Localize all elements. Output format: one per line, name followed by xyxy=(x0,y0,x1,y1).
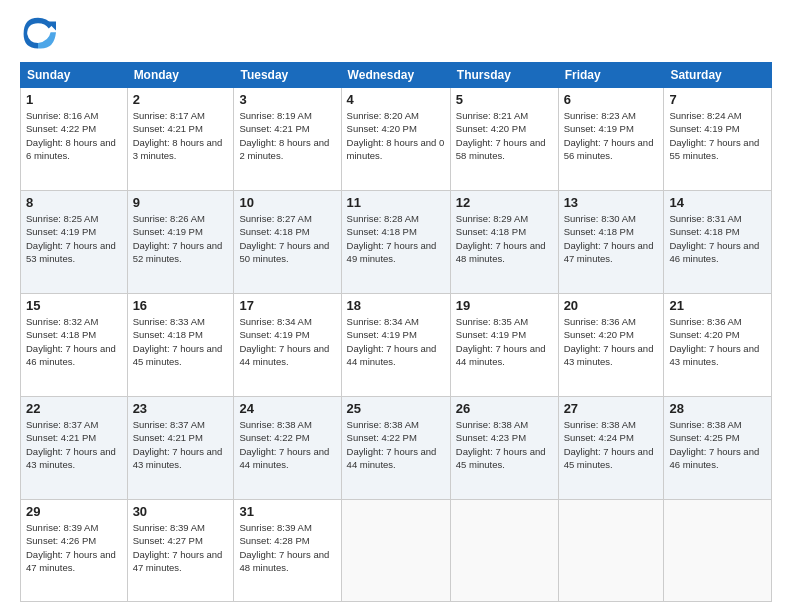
table-row: 22 Sunrise: 8:37 AMSunset: 4:21 PMDaylig… xyxy=(21,397,128,500)
day-info: Sunrise: 8:39 AMSunset: 4:28 PMDaylight:… xyxy=(239,521,335,574)
table-row: 23 Sunrise: 8:37 AMSunset: 4:21 PMDaylig… xyxy=(127,397,234,500)
table-row: 18 Sunrise: 8:34 AMSunset: 4:19 PMDaylig… xyxy=(341,294,450,397)
day-info: Sunrise: 8:38 AMSunset: 4:22 PMDaylight:… xyxy=(239,418,335,471)
table-row: 20 Sunrise: 8:36 AMSunset: 4:20 PMDaylig… xyxy=(558,294,664,397)
table-row: 30 Sunrise: 8:39 AMSunset: 4:27 PMDaylig… xyxy=(127,500,234,602)
day-info: Sunrise: 8:27 AMSunset: 4:18 PMDaylight:… xyxy=(239,212,335,265)
day-info: Sunrise: 8:36 AMSunset: 4:20 PMDaylight:… xyxy=(564,315,659,368)
day-number: 16 xyxy=(133,298,229,313)
day-info: Sunrise: 8:16 AMSunset: 4:22 PMDaylight:… xyxy=(26,109,122,162)
day-number: 23 xyxy=(133,401,229,416)
table-row: 17 Sunrise: 8:34 AMSunset: 4:19 PMDaylig… xyxy=(234,294,341,397)
day-number: 27 xyxy=(564,401,659,416)
day-info: Sunrise: 8:25 AMSunset: 4:19 PMDaylight:… xyxy=(26,212,122,265)
day-number: 13 xyxy=(564,195,659,210)
day-info: Sunrise: 8:37 AMSunset: 4:21 PMDaylight:… xyxy=(133,418,229,471)
day-number: 28 xyxy=(669,401,766,416)
calendar-table: Sunday Monday Tuesday Wednesday Thursday… xyxy=(20,62,772,602)
table-row: 19 Sunrise: 8:35 AMSunset: 4:19 PMDaylig… xyxy=(450,294,558,397)
day-number: 3 xyxy=(239,92,335,107)
table-row: 1 Sunrise: 8:16 AMSunset: 4:22 PMDayligh… xyxy=(21,88,128,191)
calendar-header-row: Sunday Monday Tuesday Wednesday Thursday… xyxy=(21,63,772,88)
day-info: Sunrise: 8:36 AMSunset: 4:20 PMDaylight:… xyxy=(669,315,766,368)
table-row: 31 Sunrise: 8:39 AMSunset: 4:28 PMDaylig… xyxy=(234,500,341,602)
header xyxy=(20,16,772,52)
day-number: 30 xyxy=(133,504,229,519)
day-number: 22 xyxy=(26,401,122,416)
table-row: 12 Sunrise: 8:29 AMSunset: 4:18 PMDaylig… xyxy=(450,191,558,294)
table-row: 4 Sunrise: 8:20 AMSunset: 4:20 PMDayligh… xyxy=(341,88,450,191)
day-info: Sunrise: 8:38 AMSunset: 4:23 PMDaylight:… xyxy=(456,418,553,471)
table-row xyxy=(558,500,664,602)
table-row: 14 Sunrise: 8:31 AMSunset: 4:18 PMDaylig… xyxy=(664,191,772,294)
day-number: 17 xyxy=(239,298,335,313)
day-info: Sunrise: 8:20 AMSunset: 4:20 PMDaylight:… xyxy=(347,109,445,162)
table-row xyxy=(664,500,772,602)
table-row: 26 Sunrise: 8:38 AMSunset: 4:23 PMDaylig… xyxy=(450,397,558,500)
table-row: 24 Sunrise: 8:38 AMSunset: 4:22 PMDaylig… xyxy=(234,397,341,500)
day-number: 18 xyxy=(347,298,445,313)
day-number: 25 xyxy=(347,401,445,416)
day-number: 15 xyxy=(26,298,122,313)
table-row: 11 Sunrise: 8:28 AMSunset: 4:18 PMDaylig… xyxy=(341,191,450,294)
day-number: 2 xyxy=(133,92,229,107)
day-number: 29 xyxy=(26,504,122,519)
page: Sunday Monday Tuesday Wednesday Thursday… xyxy=(0,0,792,612)
day-number: 14 xyxy=(669,195,766,210)
day-info: Sunrise: 8:37 AMSunset: 4:21 PMDaylight:… xyxy=(26,418,122,471)
day-number: 24 xyxy=(239,401,335,416)
day-number: 1 xyxy=(26,92,122,107)
table-row: 29 Sunrise: 8:39 AMSunset: 4:26 PMDaylig… xyxy=(21,500,128,602)
table-row: 27 Sunrise: 8:38 AMSunset: 4:24 PMDaylig… xyxy=(558,397,664,500)
col-wednesday: Wednesday xyxy=(341,63,450,88)
day-number: 26 xyxy=(456,401,553,416)
day-info: Sunrise: 8:39 AMSunset: 4:27 PMDaylight:… xyxy=(133,521,229,574)
table-row: 10 Sunrise: 8:27 AMSunset: 4:18 PMDaylig… xyxy=(234,191,341,294)
day-info: Sunrise: 8:26 AMSunset: 4:19 PMDaylight:… xyxy=(133,212,229,265)
day-info: Sunrise: 8:19 AMSunset: 4:21 PMDaylight:… xyxy=(239,109,335,162)
col-thursday: Thursday xyxy=(450,63,558,88)
logo xyxy=(20,16,60,52)
day-info: Sunrise: 8:34 AMSunset: 4:19 PMDaylight:… xyxy=(239,315,335,368)
table-row: 7 Sunrise: 8:24 AMSunset: 4:19 PMDayligh… xyxy=(664,88,772,191)
day-info: Sunrise: 8:24 AMSunset: 4:19 PMDaylight:… xyxy=(669,109,766,162)
day-number: 7 xyxy=(669,92,766,107)
day-number: 31 xyxy=(239,504,335,519)
day-info: Sunrise: 8:31 AMSunset: 4:18 PMDaylight:… xyxy=(669,212,766,265)
day-info: Sunrise: 8:35 AMSunset: 4:19 PMDaylight:… xyxy=(456,315,553,368)
day-info: Sunrise: 8:30 AMSunset: 4:18 PMDaylight:… xyxy=(564,212,659,265)
day-number: 6 xyxy=(564,92,659,107)
table-row: 9 Sunrise: 8:26 AMSunset: 4:19 PMDayligh… xyxy=(127,191,234,294)
day-info: Sunrise: 8:29 AMSunset: 4:18 PMDaylight:… xyxy=(456,212,553,265)
table-row: 8 Sunrise: 8:25 AMSunset: 4:19 PMDayligh… xyxy=(21,191,128,294)
table-row: 2 Sunrise: 8:17 AMSunset: 4:21 PMDayligh… xyxy=(127,88,234,191)
table-row: 28 Sunrise: 8:38 AMSunset: 4:25 PMDaylig… xyxy=(664,397,772,500)
day-number: 21 xyxy=(669,298,766,313)
day-info: Sunrise: 8:23 AMSunset: 4:19 PMDaylight:… xyxy=(564,109,659,162)
day-number: 5 xyxy=(456,92,553,107)
day-info: Sunrise: 8:32 AMSunset: 4:18 PMDaylight:… xyxy=(26,315,122,368)
day-info: Sunrise: 8:28 AMSunset: 4:18 PMDaylight:… xyxy=(347,212,445,265)
day-number: 19 xyxy=(456,298,553,313)
table-row: 16 Sunrise: 8:33 AMSunset: 4:18 PMDaylig… xyxy=(127,294,234,397)
day-number: 8 xyxy=(26,195,122,210)
day-number: 9 xyxy=(133,195,229,210)
col-sunday: Sunday xyxy=(21,63,128,88)
table-row: 3 Sunrise: 8:19 AMSunset: 4:21 PMDayligh… xyxy=(234,88,341,191)
table-row: 5 Sunrise: 8:21 AMSunset: 4:20 PMDayligh… xyxy=(450,88,558,191)
day-info: Sunrise: 8:39 AMSunset: 4:26 PMDaylight:… xyxy=(26,521,122,574)
col-saturday: Saturday xyxy=(664,63,772,88)
table-row: 15 Sunrise: 8:32 AMSunset: 4:18 PMDaylig… xyxy=(21,294,128,397)
day-info: Sunrise: 8:17 AMSunset: 4:21 PMDaylight:… xyxy=(133,109,229,162)
day-number: 20 xyxy=(564,298,659,313)
logo-icon xyxy=(20,16,56,52)
table-row xyxy=(341,500,450,602)
day-number: 12 xyxy=(456,195,553,210)
day-info: Sunrise: 8:38 AMSunset: 4:25 PMDaylight:… xyxy=(669,418,766,471)
day-info: Sunrise: 8:34 AMSunset: 4:19 PMDaylight:… xyxy=(347,315,445,368)
table-row: 6 Sunrise: 8:23 AMSunset: 4:19 PMDayligh… xyxy=(558,88,664,191)
day-number: 10 xyxy=(239,195,335,210)
day-info: Sunrise: 8:33 AMSunset: 4:18 PMDaylight:… xyxy=(133,315,229,368)
table-row: 21 Sunrise: 8:36 AMSunset: 4:20 PMDaylig… xyxy=(664,294,772,397)
col-friday: Friday xyxy=(558,63,664,88)
